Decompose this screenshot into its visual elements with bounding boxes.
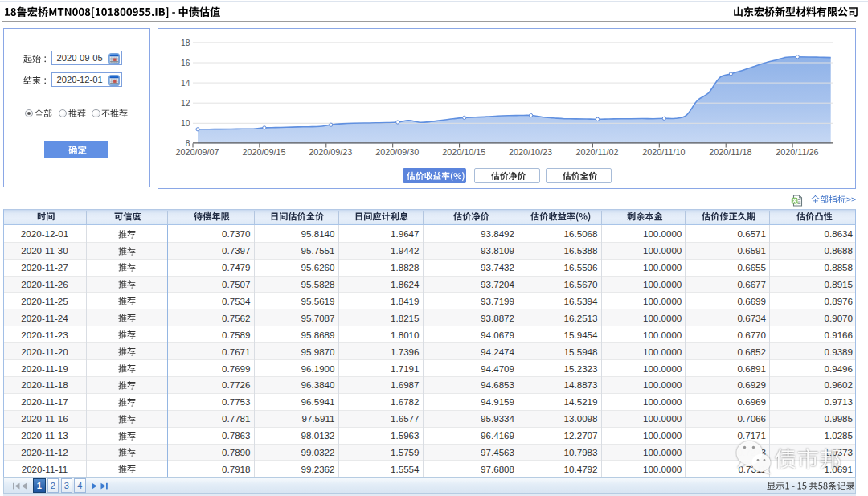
svg-text:2020/11/18: 2020/11/18 [709, 147, 751, 157]
svg-text:2020/09/30: 2020/09/30 [375, 147, 419, 157]
svg-text:12: 12 [181, 99, 190, 108]
svg-text:2020/09/15: 2020/09/15 [242, 147, 285, 157]
svg-text:10: 10 [181, 119, 190, 128]
svg-text:2020/10/15: 2020/10/15 [442, 147, 485, 157]
svg-text:16: 16 [181, 59, 190, 68]
svg-text:2020/11/10: 2020/11/10 [642, 147, 685, 157]
svg-text:2020/09/23: 2020/09/23 [309, 147, 352, 157]
svg-text:2020/09/07: 2020/09/07 [175, 147, 219, 157]
svg-text:2020/11/02: 2020/11/02 [575, 147, 618, 157]
svg-text:2020/10/23: 2020/10/23 [509, 147, 552, 157]
svg-text:14: 14 [181, 79, 190, 88]
svg-text:2020/11/26: 2020/11/26 [776, 147, 818, 157]
svg-text:18: 18 [181, 39, 190, 47]
